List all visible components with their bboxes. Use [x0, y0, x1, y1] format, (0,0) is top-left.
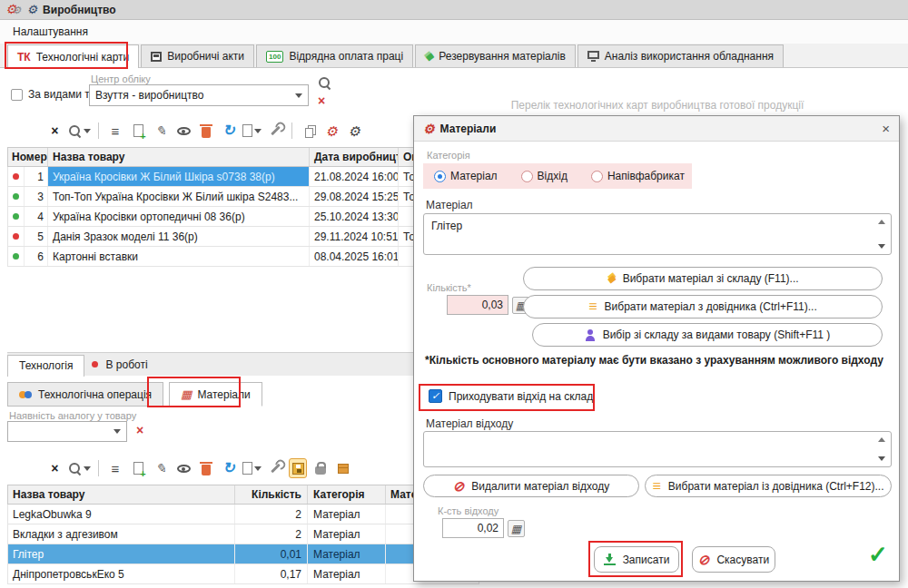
select-by-product-type-button[interactable]: Вибір зі складу за видами товару (Shift+…: [532, 323, 883, 347]
calculator-button[interactable]: ▦: [508, 520, 525, 537]
tab-technology[interactable]: Технологія: [7, 355, 84, 377]
table-row[interactable]: Вкладки з адгезивом 2 Матеріал: [7, 524, 479, 544]
table-row[interactable]: LegkaObuwka 9 2 Матеріал: [7, 505, 479, 524]
button-label: Вибір зі складу за видами товару (Shift+…: [603, 328, 831, 341]
tab-production-acts[interactable]: Виробничі акти: [141, 44, 254, 67]
date-cell: 25.10.2024 13:30:15: [310, 207, 399, 226]
tab-material-reservation[interactable]: ◆ Резервування матеріалів: [415, 44, 576, 67]
radio-material[interactable]: Матеріал: [434, 170, 498, 182]
table-row[interactable]: 3 Топ-Топ Україна Кросівки Ж Білий шкіра…: [7, 187, 479, 207]
package-button[interactable]: [334, 458, 352, 478]
tab-tech-cards[interactable]: ТК Технологічні карти: [7, 44, 139, 68]
cancel-button[interactable]: ⊘ Скасувати: [692, 546, 775, 573]
edit-record-button[interactable]: ✎: [152, 121, 170, 141]
search-button[interactable]: [68, 458, 91, 478]
col-name[interactable]: Назва товару: [48, 148, 310, 166]
delete-record-button[interactable]: [197, 121, 215, 141]
table-row[interactable]: 4 Україна Кросівки ортопедичні 08 36(р) …: [7, 207, 479, 227]
table-row[interactable]: 1 Україна Кросівки Ж Білий Шкіра s0738 3…: [7, 167, 479, 187]
tools-button[interactable]: [266, 121, 284, 141]
center-of-accounting-label: Центр обліку: [91, 74, 151, 84]
copy-button[interactable]: [300, 121, 318, 141]
dialog-title: Матеріали: [440, 122, 497, 135]
trash-icon: [202, 127, 211, 138]
process-button[interactable]: ⚙: [322, 121, 340, 141]
stock-button[interactable]: [311, 458, 330, 478]
save-button[interactable]: [289, 458, 307, 478]
view-record-button[interactable]: [174, 458, 192, 478]
search-icon[interactable]: [318, 76, 331, 90]
save-record-button[interactable]: Записати: [594, 546, 679, 573]
category-label: Категорія: [427, 150, 470, 161]
tab-piecework-pay[interactable]: 100 Відрядна оплата праці: [256, 44, 413, 67]
select-from-stock-button[interactable]: ◆ Вибрати матеріал зі складу (F11)...: [523, 267, 883, 290]
chevron-down-icon: [84, 129, 91, 133]
post-waste-checkbox[interactable]: Приходувати відхід на склад: [429, 389, 593, 403]
clear-filter-button[interactable]: ×: [45, 121, 64, 141]
clear-filter-button[interactable]: ×: [45, 458, 64, 478]
report-button[interactable]: [242, 458, 262, 478]
filter-button[interactable]: ≡: [106, 121, 124, 141]
table-row[interactable]: ДніпропетровськЕко 5 0,17 Матеріал: [7, 564, 479, 584]
materials-table: Назва товару Кількість Категорія Матеріа…: [7, 485, 479, 584]
col-name[interactable]: Назва товару: [8, 485, 235, 504]
edit-record-button[interactable]: ✎: [152, 458, 170, 478]
chevron-down-icon: [114, 429, 121, 434]
quantity-field[interactable]: 0,03: [447, 295, 508, 315]
col-qty[interactable]: Кількість: [235, 485, 308, 504]
filter-button[interactable]: ≡: [106, 458, 124, 478]
waste-quantity-field[interactable]: 0,02: [442, 518, 504, 538]
gear-icon: ⚙: [325, 124, 337, 138]
tab-equipment-analysis[interactable]: Аналіз використання обладнання: [577, 44, 784, 67]
spin-up-icon[interactable]: [878, 220, 885, 224]
tools-button[interactable]: [266, 458, 284, 478]
view-record-button[interactable]: [174, 121, 192, 141]
select-waste-from-reference-button[interactable]: ≡ Вибрати матеріал із довідника (Ctrl+F1…: [645, 475, 892, 497]
spin-up-icon[interactable]: [878, 437, 885, 442]
material-field[interactable]: Глітер: [423, 213, 892, 255]
status-cell: [8, 227, 25, 246]
table-header: Назва товару Кількість Категорія Матеріа: [7, 485, 479, 505]
search-button[interactable]: [68, 121, 91, 141]
add-record-button[interactable]: [129, 458, 147, 478]
menu-settings[interactable]: Налаштування: [7, 24, 94, 40]
date-cell: 29.11.2024 10:51:19: [310, 227, 399, 246]
status-dot-icon: [13, 233, 19, 240]
add-record-button[interactable]: [129, 121, 147, 141]
center-combo[interactable]: Взуття - виробництво: [89, 84, 309, 106]
delete-waste-material-button[interactable]: ⊘ Видалити матеріал відходу: [423, 475, 639, 497]
waste-quantity-value: 0,02: [478, 522, 498, 534]
analog-combo[interactable]: [7, 421, 127, 442]
date-cell: 21.08.2024 16:00:17: [310, 167, 399, 186]
table-row[interactable]: Глітер 0,01 Матеріал: [7, 544, 479, 564]
radio-icon: [434, 171, 446, 182]
clear-analog-button[interactable]: ×: [136, 424, 143, 436]
waste-material-label: Матеріал відходу: [426, 417, 513, 430]
layers-icon: ◆: [425, 50, 433, 63]
options-button[interactable]: ⚙: [345, 121, 363, 141]
table-row[interactable]: 6 Картонні вставки 08.04.2025 16:01:11: [7, 247, 479, 267]
report-button[interactable]: [242, 121, 262, 141]
list-icon: ≡: [653, 479, 661, 494]
spin-down-icon[interactable]: [878, 244, 885, 249]
clear-center-button[interactable]: ×: [318, 94, 325, 107]
refresh-button[interactable]: ↻: [220, 121, 238, 141]
analog-label: Наявність аналогу у товару: [9, 410, 136, 421]
delete-record-button[interactable]: [197, 458, 215, 478]
refresh-button[interactable]: ↻: [220, 458, 238, 478]
spin-down-icon[interactable]: [878, 456, 885, 461]
col-num[interactable]: Номер: [8, 148, 48, 166]
col-cat[interactable]: Категорія: [308, 485, 386, 504]
list-icon: ≡: [588, 299, 597, 314]
col-date[interactable]: Дата виробництва: [310, 148, 399, 166]
radio-waste[interactable]: Відхід: [521, 170, 568, 182]
select-from-reference-button[interactable]: ≡ Вибрати матеріал з довідника (Ctrl+F11…: [523, 295, 883, 318]
table-row[interactable]: 5 Данія Зразок моделі 11 36(р) 29.11.202…: [7, 227, 479, 247]
tab-tech-operation[interactable]: Технологічна операція: [7, 382, 163, 407]
close-icon[interactable]: ×: [882, 121, 890, 136]
checkbox-icon[interactable]: [11, 89, 23, 101]
waste-material-field[interactable]: [423, 431, 892, 467]
tab-materials[interactable]: ▦ Матеріали: [169, 382, 262, 407]
quantity-value: 0,03: [482, 299, 503, 311]
radio-semifinished[interactable]: Напівфабрикат: [591, 170, 685, 182]
